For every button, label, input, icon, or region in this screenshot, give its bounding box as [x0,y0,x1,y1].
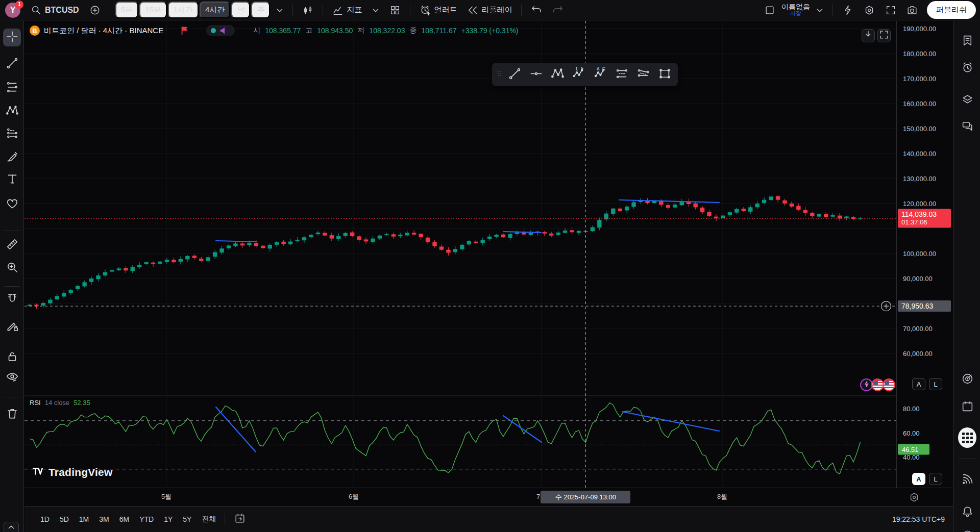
notifications-bell-icon [961,505,974,520]
scroll-to-recent-button[interactable] [862,29,875,42]
symbol-title[interactable]: 비트코인 / 달러 · 4시간 · BINANCE [44,26,163,36]
trend-line-icon [508,67,522,83]
timeframe-2[interactable]: 15분 [139,2,167,18]
tool-drawing-lock[interactable] [3,318,21,336]
chart-style-button[interactable] [298,2,317,18]
alert-clock-icon [420,5,431,16]
save-label: 저장 [790,11,801,17]
tool-xabcd-pattern[interactable] [3,103,21,120]
emoji-heart-icon [6,197,19,212]
maximize-pane-button[interactable] [877,29,891,42]
fullscreen-button[interactable] [881,2,900,18]
svg-text:5: 5 [580,67,583,71]
tool-emoji-heart[interactable] [3,195,21,213]
timeframe-6[interactable]: 주 [251,2,270,18]
sidebar-chat-button[interactable] [958,118,976,136]
sidebar-apps-menu-button[interactable] [958,428,976,447]
undo-button[interactable] [527,2,546,18]
tool-hide-drawings[interactable] [3,369,21,387]
float-tool-elliott-impulse-wave[interactable]: 15 [569,65,589,84]
tool-forecast[interactable] [3,125,21,143]
layout-menu-button[interactable] [812,2,827,18]
replay-button[interactable]: 리플레이 [463,2,516,18]
tool-ruler[interactable] [3,236,21,254]
sidebar-watchlist-button[interactable] [958,32,976,50]
price-tick: 150,000.00 [903,125,936,133]
tool-brush[interactable] [3,148,21,166]
tool-trend-line[interactable] [3,55,21,73]
auto-scale-button[interactable]: A [912,473,925,485]
range-YTD[interactable]: YTD [135,513,158,526]
time-axis[interactable]: 수 2025-07-09 13:00 5월6월7월8월 [24,488,953,505]
tradingview-logo[interactable]: TradingView [32,465,113,480]
divider [225,514,225,525]
settings-button[interactable] [860,2,879,18]
tool-fib-retracement[interactable] [3,79,21,97]
float-tool-horizontal-line[interactable] [526,65,546,84]
float-tool-disjoint-channel[interactable] [633,65,653,84]
timeframe-menu-button[interactable] [272,2,287,18]
tool-lock-all[interactable] [3,348,21,366]
range-1Y[interactable]: 1Y [159,513,177,526]
layout-name-block[interactable]: 이름없음 저장 [781,3,810,16]
candlestick-icon [302,5,313,16]
time-axis-settings-icon[interactable] [909,492,920,505]
rsi-legend[interactable]: RSI 14 close 52.35 [30,399,90,407]
sidebar-object-tree-button[interactable] [958,91,976,109]
tool-remove-drawings[interactable] [3,406,21,423]
panel-toggle-button[interactable] [4,522,19,532]
float-tool-elliott-correction-wave[interactable]: AC [590,65,610,84]
symbol-search-button[interactable]: BTCUSD [27,2,83,18]
snapshot-button[interactable] [902,2,922,18]
float-tool-rectangle[interactable] [654,65,675,84]
tool-zoom-in[interactable] [3,259,21,277]
elliott-impulse-wave-icon: 15 [572,67,586,83]
layout-grid-button[interactable] [385,2,405,18]
range-6M[interactable]: 6M [115,513,134,526]
compare-add-button[interactable] [85,2,105,18]
save-layout-button[interactable] [760,2,779,18]
sidebar-alerts-clock-button[interactable] [958,59,976,78]
range-3M[interactable]: 3M [94,513,113,526]
tool-magnet[interactable] [3,291,21,309]
sidebar-calendar-button[interactable] [958,398,976,416]
auto-scale-button[interactable]: A [912,378,925,390]
publish-button[interactable]: 퍼블리쉬 [927,1,976,19]
log-scale-button[interactable]: L [929,473,942,485]
indicators-button[interactable]: 지표 [328,2,366,18]
timeframe-4[interactable]: 4시간 [200,2,230,18]
timeframe-3[interactable]: 1시간 [168,2,199,18]
market-status-pill[interactable] [206,25,235,36]
drag-handle[interactable] [495,65,503,84]
go-to-date-button[interactable] [234,513,246,526]
redo-button[interactable] [548,2,568,18]
tool-text[interactable] [3,171,21,189]
sidebar-news-signal-button[interactable] [958,471,976,489]
indicator-templates-button[interactable] [368,2,383,18]
float-tool-parallel-channel[interactable] [611,65,632,84]
log-scale-button[interactable]: L [929,378,942,390]
user-avatar[interactable]: Y 1 [5,3,20,18]
us-flag-badge[interactable] [883,378,895,391]
range-전체[interactable]: 전체 [197,512,220,526]
sidebar-notifications-bell-button[interactable] [958,503,976,521]
timeframe-1[interactable]: 5분 [115,2,138,18]
expand-icon [878,29,890,42]
clock[interactable]: 19:22:53 UTC+9 [892,515,945,523]
sidebar-settings-partial-button[interactable] [958,526,976,532]
alert-button[interactable]: 얼러트 [415,2,461,18]
float-tool-xabcd-pattern[interactable] [547,65,568,84]
float-tool-trend-line[interactable] [504,65,525,84]
price-axis[interactable]: 114,039.03 01:37:06 78,950.63 46.51 A L … [896,21,953,488]
xabcd-pattern-icon [551,67,565,83]
range-1D[interactable]: 1D [36,513,54,526]
quick-search-button[interactable] [838,2,857,18]
chart-plot[interactable] [24,21,896,488]
timeframe-5[interactable]: 날 [231,2,250,18]
range-5D[interactable]: 5D [55,513,74,526]
sidebar-screener-radar-button[interactable] [958,370,976,389]
range-5Y[interactable]: 5Y [178,513,196,526]
tool-crosshair[interactable] [3,29,21,46]
flag-icon[interactable] [180,25,191,36]
range-1M[interactable]: 1M [75,513,93,526]
